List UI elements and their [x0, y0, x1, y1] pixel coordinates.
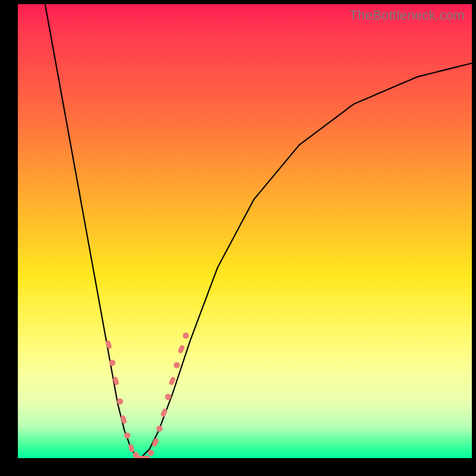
chart-svg	[18, 4, 472, 458]
data-marker	[156, 425, 162, 431]
curves-group	[45, 4, 472, 458]
data-marker	[109, 360, 115, 366]
marker-points-group	[105, 333, 189, 458]
chart-frame: TheBottleneck.com	[0, 0, 476, 476]
data-marker	[177, 345, 185, 354]
data-marker	[117, 398, 123, 404]
data-marker	[148, 450, 154, 456]
curve-left-branch	[45, 4, 140, 458]
data-marker	[174, 362, 180, 368]
plot-area: TheBottleneck.com	[18, 4, 472, 458]
data-marker	[142, 456, 150, 458]
data-marker	[124, 433, 130, 439]
watermark-text: TheBottleneck.com	[350, 8, 465, 23]
data-marker	[168, 376, 176, 386]
data-marker	[165, 394, 171, 400]
data-marker	[128, 443, 135, 453]
data-marker	[183, 333, 189, 339]
curve-right-branch	[140, 63, 472, 458]
